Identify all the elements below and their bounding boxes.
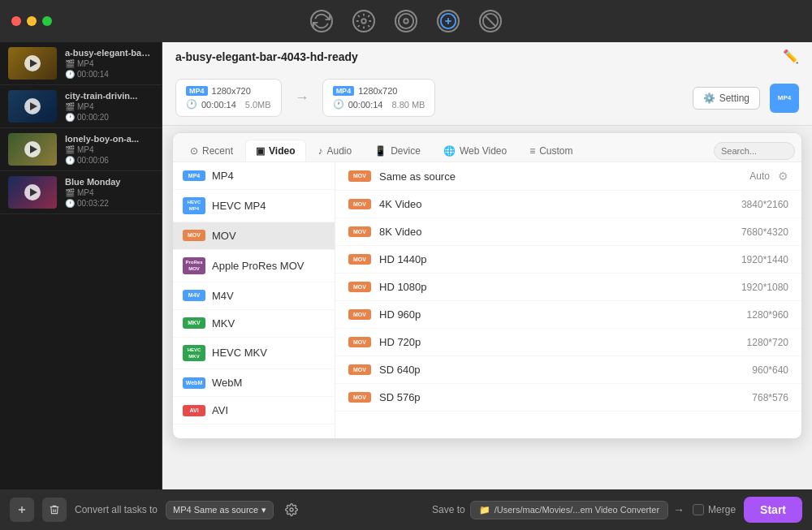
- resolution-item-8k[interactable]: MOV 8K Video 7680*4320: [335, 218, 801, 246]
- nav-icons: [310, 10, 502, 32]
- format-item-hevc-mkv[interactable]: HEVCMKV HEVC MKV: [173, 338, 335, 370]
- settings-nav-icon[interactable]: [437, 10, 460, 32]
- source-duration: 00:00:14: [201, 100, 236, 110]
- format-arrow-icon: →: [292, 89, 313, 106]
- item-meta: 🎬 MP4: [65, 145, 153, 154]
- format-item-webm[interactable]: WebM WebM: [173, 369, 335, 397]
- resolution-item-640p[interactable]: MOV SD 640p 960*640: [335, 356, 801, 384]
- edit-filename-icon[interactable]: ✏️: [783, 49, 799, 64]
- format-item-mkv[interactable]: MKV MKV: [173, 310, 335, 338]
- res-label: SD 576p: [379, 391, 744, 403]
- dest-duration-icon: 🕐: [333, 99, 344, 110]
- res-mov-badge: MOV: [348, 309, 371, 321]
- setting-button[interactable]: ⚙️ Setting: [693, 87, 760, 110]
- merge-checkbox[interactable]: [693, 504, 704, 515]
- window-controls: [11, 16, 52, 26]
- hevc-mp4-badge: HEVCMP4: [183, 197, 205, 214]
- resolution-gear-icon[interactable]: ⚙: [778, 170, 788, 183]
- convert-settings-icon[interactable]: [282, 500, 301, 519]
- save-path-arrow-icon[interactable]: →: [673, 503, 685, 516]
- audio-icon: ♪: [318, 145, 323, 157]
- resolution-item-576p[interactable]: MOV SD 576p 768*576: [335, 384, 801, 412]
- thumbnail: [8, 133, 57, 166]
- dest-format-block: MP4 1280x720 🕐 00:00:14 8.80 MB: [322, 79, 436, 117]
- format-item-hevc-mp4[interactable]: HEVCMP4 HEVC MP4: [173, 190, 335, 222]
- format-icon: 🎬: [65, 59, 75, 68]
- tab-audio[interactable]: ♪ Audio: [308, 140, 363, 162]
- item-title: lonely-boy-on-a...: [65, 134, 153, 144]
- sidebar-item[interactable]: lonely-boy-on-a... 🎬 MP4 🕐 00:00:06: [0, 128, 162, 171]
- start-button[interactable]: Start: [744, 497, 802, 523]
- format-item-prores[interactable]: ProResMOV Apple ProRes MOV: [173, 250, 335, 282]
- item-meta: 🎬 MP4: [65, 102, 153, 111]
- format-item-avi[interactable]: AVI AVI: [173, 397, 335, 424]
- close-dot[interactable]: [11, 16, 21, 26]
- tab-recent[interactable]: ⊙ Recent: [179, 140, 244, 162]
- tab-video[interactable]: ▣ Video: [245, 140, 305, 162]
- item-meta: 🎬 MP4: [65, 59, 153, 68]
- folder-icon: 📁: [479, 505, 490, 515]
- sidebar-item[interactable]: Blue Monday 🎬 MP4 🕐 00:03:22: [0, 171, 162, 214]
- item-meta: 🎬 MP4: [65, 188, 153, 197]
- thumbnail: [8, 176, 57, 209]
- disc-nav-icon[interactable]: [395, 10, 417, 32]
- resolution-item-720p[interactable]: MOV HD 720p 1280*720: [335, 329, 801, 356]
- res-label: 4K Video: [379, 198, 733, 210]
- maximize-dot[interactable]: [42, 16, 52, 26]
- source-duration-icon: 🕐: [186, 99, 197, 110]
- play-triangle-icon: [30, 145, 37, 153]
- format-list: MP4 MP4 HEVCMP4 HEVC MP4 MOV MOV ProResM…: [173, 162, 335, 438]
- source-format-block: MP4 1280x720 🕐 00:00:14 5.0MB: [175, 79, 282, 117]
- output-format-badge: MP4: [770, 84, 799, 113]
- format-search-input[interactable]: [714, 142, 795, 160]
- res-mov-badge: MOV: [348, 337, 371, 348]
- play-triangle-icon: [30, 102, 37, 110]
- resolution-item-same[interactable]: MOV Same as source Auto ⚙: [335, 162, 801, 191]
- format-item-mp4[interactable]: MP4 MP4: [173, 162, 335, 190]
- resolution-item-960p[interactable]: MOV HD 960p 1280*960: [335, 301, 801, 329]
- device-icon: 📱: [374, 145, 387, 157]
- format-item-m4v[interactable]: M4V M4V: [173, 282, 335, 310]
- minimize-dot[interactable]: [27, 16, 37, 26]
- sidebar-item[interactable]: city-train-drivin... 🎬 MP4 🕐 00:00:20: [0, 85, 162, 128]
- prores-badge: ProResMOV: [183, 257, 205, 274]
- res-mov-badge: MOV: [348, 392, 371, 403]
- tab-custom[interactable]: ≡ Custom: [519, 140, 583, 162]
- svg-point-1: [399, 14, 413, 28]
- video-icon: ▣: [256, 145, 265, 157]
- format-item-mov[interactable]: MOV MOV: [173, 222, 335, 250]
- resolution-item-4k[interactable]: MOV 4K Video 3840*2160: [335, 191, 801, 218]
- resolution-list: MOV Same as source Auto ⚙ MOV 4K Video 3…: [335, 162, 801, 438]
- res-value: 1920*1440: [741, 254, 788, 265]
- format-icon: 🎬: [65, 102, 75, 111]
- add-file-button[interactable]: [10, 498, 34, 522]
- format-dropdown: ⊙ Recent ▣ Video ♪ Audio 📱 Device 🌐: [172, 132, 802, 439]
- chevron-down-icon: ▾: [261, 505, 266, 515]
- play-button[interactable]: [24, 184, 41, 200]
- res-label: 8K Video: [379, 226, 733, 238]
- res-mov-badge: MOV: [348, 282, 371, 293]
- edit-nav-icon[interactable]: [352, 10, 375, 32]
- dest-size: 8.80 MB: [391, 100, 425, 110]
- tab-webvideo[interactable]: 🌐 Web Video: [433, 140, 517, 162]
- sidebar-item[interactable]: a-busy-elegant-bar-4043-hd-ready 🎬 MP4 🕐…: [0, 42, 162, 85]
- resolution-item-1080p[interactable]: MOV HD 1080p 1920*1080: [335, 274, 801, 301]
- convert-nav-icon[interactable]: [310, 10, 333, 32]
- res-value: 768*576: [752, 392, 788, 403]
- convert-format-select[interactable]: MP4 Same as source ▾: [166, 501, 274, 519]
- content-area: a-busy-elegant-bar-4043-hd-ready ✏️ MP4 …: [162, 42, 812, 489]
- tools-nav-icon[interactable]: [479, 10, 502, 32]
- clock-icon: 🕐: [65, 70, 75, 79]
- resolution-item-1440p[interactable]: MOV HD 1440p 1920*1440: [335, 246, 801, 274]
- play-button[interactable]: [24, 141, 41, 157]
- res-mov-badge: MOV: [348, 170, 371, 182]
- save-path-display[interactable]: 📁 /Users/mac/Movies/...em Video Converte…: [470, 501, 668, 519]
- dest-resolution: 1280x720: [358, 86, 397, 96]
- delete-file-button[interactable]: [42, 498, 67, 522]
- tab-device[interactable]: 📱 Device: [364, 140, 431, 162]
- svg-point-2: [404, 19, 408, 24]
- play-button[interactable]: [24, 98, 41, 114]
- item-title: Blue Monday: [65, 177, 153, 187]
- thumbnail: [8, 90, 57, 123]
- play-button[interactable]: [24, 55, 41, 71]
